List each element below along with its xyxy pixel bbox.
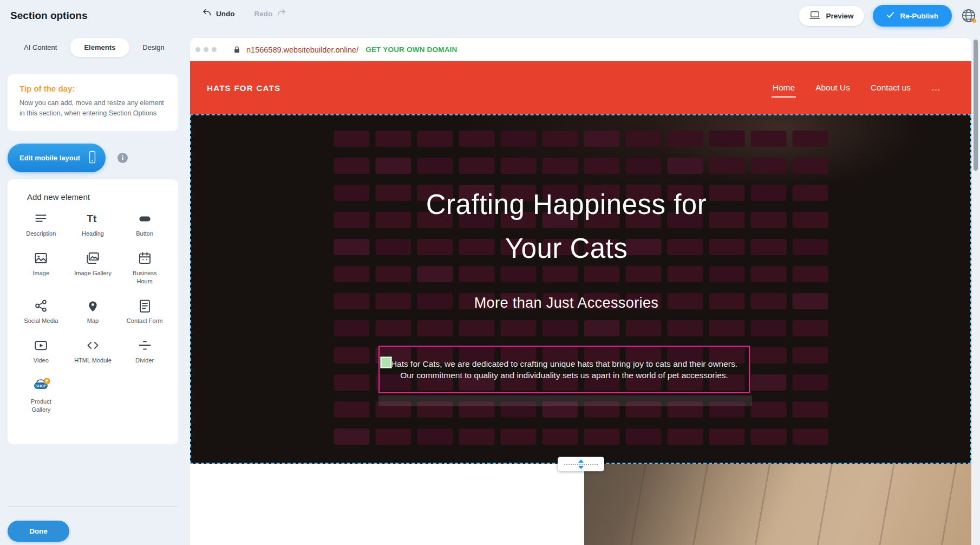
info-icon[interactable]: i [117,153,128,163]
hero-paragraph: Hats for Cats, we are dedicated to craft… [383,358,745,381]
done-button[interactable]: Done [8,521,69,542]
element-video[interactable]: Video [15,338,67,364]
element-image[interactable]: Image [15,251,67,285]
tile [667,131,703,147]
edit-mobile-label: Edit mobile layout [19,154,80,162]
element-contact-form[interactable]: Contact Form [119,299,171,325]
undo-icon [202,8,212,19]
phone-icon [88,150,97,166]
social-media-icon [34,299,48,313]
redo-label: Redo [254,10,273,18]
tile [417,131,453,147]
tile [334,320,369,336]
tile [750,320,786,336]
tile [792,401,828,418]
tile [459,158,494,174]
scrollbar-thumb[interactable] [974,40,978,171]
get-domain-link[interactable]: GET YOUR OWN DOMAIN [365,46,457,54]
page-scrollbar[interactable] [971,38,980,545]
nav-contact-us[interactable]: Contact us [871,83,911,93]
tile [625,158,661,174]
tile [667,429,703,445]
paragraph-element-selected[interactable]: Hats for Cats, we are dedicated to craft… [378,346,750,393]
tip-of-the-day-card: Tip of the day: Now you can add, move an… [8,74,178,131]
tile [750,401,786,418]
history-controls: Undo Redo [202,8,286,19]
hero-subheading[interactable]: More than Just Accessories [190,295,943,312]
tile [417,429,453,445]
tile [334,374,369,391]
element-business-hours[interactable]: Business Hours [119,251,171,285]
tile [500,320,536,336]
add-element-title: Add new element [27,192,171,202]
element-hover-highlight [378,395,752,406]
tile [542,429,578,445]
undo-button[interactable]: Undo [202,8,235,19]
site-url: n1566589.websitebuilder.online/ [246,46,358,54]
browser-chrome-bar: n1566589.websitebuilder.online/ GET YOUR… [190,38,971,61]
element-button[interactable]: Button [119,211,171,237]
hero-heading[interactable]: Crafting Happiness for Your Cats [190,183,943,270]
window-control-dots [195,47,217,52]
drag-handle[interactable] [381,357,391,368]
tile [625,320,661,336]
nav-about-us[interactable]: About Us [815,83,850,93]
tile [334,401,369,418]
map-pin-icon [86,299,100,313]
nav-more-icon[interactable]: … [931,82,941,93]
site-logo[interactable]: HATS FOR CATS [207,83,280,93]
tile [709,429,744,445]
tile [792,429,828,445]
tile [584,131,619,147]
sidebar-tabs: AI Content Elements Design [21,38,190,57]
tile [459,131,494,147]
paving-photo[interactable] [584,464,971,545]
republish-label: Re-Publish [900,12,938,20]
divider-icon [138,338,152,353]
element-map[interactable]: Map [67,299,119,325]
notification-dot [972,19,976,23]
add-new-element-panel: Add new element Description Tt Heading B… [8,179,178,444]
tile [792,158,828,174]
tile [584,429,619,445]
tab-ai-content[interactable]: AI Content [21,39,60,56]
arrow-down-icon [578,466,584,469]
element-image-gallery[interactable]: Image Gallery [67,251,119,285]
tile [709,131,744,147]
product-gallery-shop-icon: SHOP [32,378,50,394]
tile [792,347,828,364]
tab-design[interactable]: Design [139,39,167,56]
section-resize-handle[interactable] [558,457,604,471]
element-social-media[interactable]: Social Media [15,299,67,325]
element-html-module[interactable]: HTML Module [67,338,119,364]
next-section [190,464,971,545]
element-product-gallery[interactable]: SHOP Product Gallery [15,378,67,413]
hero-heading-line1: Crafting Happiness for [190,183,943,226]
element-divider[interactable]: Divider [119,338,171,364]
video-icon [34,338,48,353]
site-header: HATS FOR CATS Home About Us Contact us … [190,61,971,114]
edit-mobile-layout-button[interactable]: Edit mobile layout [8,144,106,172]
tile [334,347,369,364]
next-section-blank[interactable] [190,464,584,545]
hero-section-selected[interactable]: Crafting Happiness for Your Cats More th… [190,114,971,464]
redo-button[interactable]: Redo [254,8,286,19]
check-icon [886,11,894,20]
preview-button[interactable]: Preview [799,6,864,26]
lock-icon [233,46,241,54]
element-description[interactable]: Description [15,211,67,237]
nav-home[interactable]: Home [773,83,795,93]
tile [625,429,661,445]
tile [750,429,786,445]
element-heading[interactable]: Tt Heading [67,211,119,237]
republish-button[interactable]: Re-Publish [873,5,952,27]
section-options-sidebar: AI Content Elements Design Tip of the da… [0,31,190,545]
language-globe-button[interactable] [961,8,977,24]
tile [375,320,411,336]
tile [417,158,453,174]
tile [667,158,703,174]
site-nav: Home About Us Contact us … [773,82,941,93]
tab-elements[interactable]: Elements [70,38,129,57]
edit-mobile-row: Edit mobile layout i [8,144,128,172]
tile [584,158,619,174]
